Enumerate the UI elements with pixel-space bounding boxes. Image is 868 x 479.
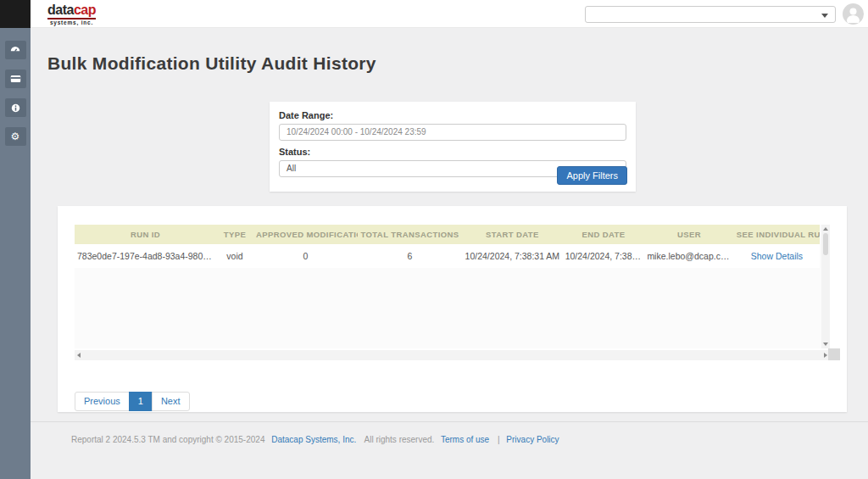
scroll-down-arrow-icon[interactable] xyxy=(823,343,828,346)
footer-rights-text: All rights reserved. xyxy=(364,435,435,444)
apply-filters-button[interactable]: Apply Filters xyxy=(557,166,627,185)
privacy-policy-link[interactable]: Privacy Policy xyxy=(506,435,559,444)
datacap-logo[interactable]: datacap systems, inc. xyxy=(47,3,96,26)
logo-text-red: cap xyxy=(74,3,96,17)
footer-separator: | xyxy=(498,435,500,444)
footer-divider xyxy=(31,421,868,422)
column-header-start-date: START DATE xyxy=(462,225,563,244)
left-sidebar: ⚙ xyxy=(0,28,31,479)
gear-icon: ⚙ xyxy=(11,131,20,142)
scroll-right-arrow-icon[interactable] xyxy=(824,353,827,358)
pagination: Previous 1 Next xyxy=(75,392,190,411)
cell-start-date: 10/24/2024, 7:38:31 AM xyxy=(462,244,563,268)
status-label: Status: xyxy=(279,147,626,157)
scrollbar-corner xyxy=(828,348,840,360)
chevron-down-icon xyxy=(821,14,828,18)
date-range-label: Date Range: xyxy=(279,110,626,120)
dashboard-icon xyxy=(10,46,20,54)
cell-end-date: 10/24/2024, 7:38:31 AM xyxy=(563,244,645,268)
audit-history-card: RUN ID TYPE APPROVED MODIFICATIONS TOTAL… xyxy=(58,206,847,412)
table-header-row: RUN ID TYPE APPROVED MODIFICATIONS TOTAL… xyxy=(75,225,820,244)
horizontal-scrollbar[interactable] xyxy=(75,350,830,360)
cell-user: mike.lebo@dcap.com xyxy=(644,244,733,268)
logo-text-dark: data xyxy=(47,3,74,17)
column-header-end-date: END DATE xyxy=(563,225,645,244)
top-bar: datacap systems, inc. xyxy=(0,0,868,28)
topbar-corner-block xyxy=(0,0,31,28)
scroll-left-arrow-icon[interactable] xyxy=(77,353,81,358)
cell-run-id: 783e0de7-197e-4ad8-93a4-9802... xyxy=(75,244,216,268)
logo-subtitle: systems, inc. xyxy=(47,18,96,26)
footer-company-link[interactable]: Datacap Systems, Inc. xyxy=(271,435,356,444)
page-1-button[interactable]: 1 xyxy=(129,392,153,411)
column-header-approved-modifications: APPROVED MODIFICATIONS xyxy=(253,225,358,244)
main-content: Bulk Modification Utility Audit History … xyxy=(31,28,868,479)
previous-page-button[interactable]: Previous xyxy=(75,392,130,411)
show-details-link[interactable]: Show Details xyxy=(751,251,803,261)
sidebar-item-dashboard[interactable] xyxy=(5,41,26,59)
audit-history-table-zone: RUN ID TYPE APPROVED MODIFICATIONS TOTAL… xyxy=(75,225,830,348)
column-header-type: TYPE xyxy=(216,225,253,244)
merchant-select-dropdown[interactable] xyxy=(585,6,836,23)
column-header-run-id: RUN ID xyxy=(75,225,216,244)
column-header-user: USER xyxy=(644,225,733,244)
user-avatar[interactable] xyxy=(843,3,864,25)
sidebar-item-info[interactable] xyxy=(5,98,26,117)
page-title: Bulk Modification Utility Audit History xyxy=(47,53,376,74)
cell-type: void xyxy=(216,244,253,268)
cell-approved-modifications: 0 xyxy=(253,244,358,268)
cell-total-transactions: 6 xyxy=(358,244,462,268)
vertical-scrollbar[interactable] xyxy=(821,225,830,348)
footer: Reportal 2 2024.5.3 TM and copyright © 2… xyxy=(71,435,565,444)
date-range-input[interactable]: 10/24/2024 00:00 - 10/24/2024 23:59 xyxy=(279,124,626,141)
audit-history-table: RUN ID TYPE APPROVED MODIFICATIONS TOTAL… xyxy=(75,225,820,268)
scroll-up-arrow-icon[interactable] xyxy=(823,227,828,231)
credit-card-icon xyxy=(10,75,21,83)
next-page-button[interactable]: Next xyxy=(152,392,190,411)
filter-panel: Date Range: 10/24/2024 00:00 - 10/24/202… xyxy=(270,102,636,192)
terms-of-use-link[interactable]: Terms of use xyxy=(441,435,489,444)
table-row: 783e0de7-197e-4ad8-93a4-9802... void 0 6… xyxy=(75,244,820,268)
footer-copyright-text: Reportal 2 2024.5.3 TM and copyright © 2… xyxy=(71,435,264,444)
vertical-scrollbar-thumb[interactable] xyxy=(823,233,828,255)
sidebar-item-transactions[interactable] xyxy=(5,70,26,88)
person-icon xyxy=(845,6,861,23)
column-header-total-transactions: TOTAL TRANSACTIONS xyxy=(358,225,462,244)
logo-wordmark: datacap xyxy=(47,3,96,17)
column-header-see-individual-runs: SEE INDIVIDUAL RUNS xyxy=(734,225,820,244)
app-root: datacap systems, inc. xyxy=(0,0,868,479)
sidebar-item-settings[interactable]: ⚙ xyxy=(5,127,26,146)
info-icon xyxy=(11,103,20,113)
